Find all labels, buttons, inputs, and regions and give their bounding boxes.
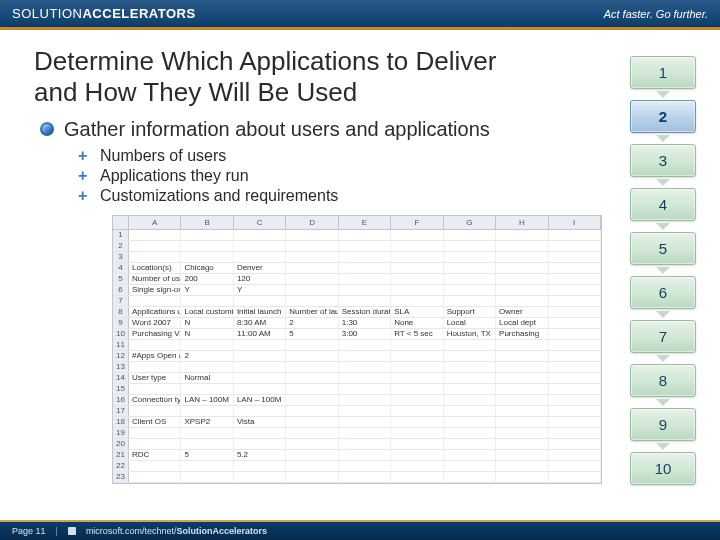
step-box: 7 bbox=[630, 320, 696, 353]
bullet-dot-icon bbox=[40, 122, 54, 136]
sheet-row: 2 bbox=[113, 241, 601, 252]
sheet-cell: Y bbox=[181, 285, 233, 295]
sheet-cell bbox=[549, 263, 601, 273]
sub-bullet: +Customizations and requirements bbox=[78, 187, 518, 205]
sheet-cell bbox=[181, 230, 233, 240]
sheet-cell bbox=[339, 230, 391, 240]
sheet-cell bbox=[549, 318, 601, 328]
step-box: 8 bbox=[630, 364, 696, 397]
sheet-row: 19 bbox=[113, 428, 601, 439]
sheet-cell: Denver bbox=[234, 263, 286, 273]
sheet-cell bbox=[391, 285, 443, 295]
sheet-cell bbox=[444, 230, 496, 240]
sheet-cell bbox=[391, 373, 443, 383]
sheet-cell: 5 bbox=[286, 329, 338, 339]
sheet-cell bbox=[549, 461, 601, 471]
sheet-cell bbox=[286, 373, 338, 383]
sheet-cell bbox=[339, 285, 391, 295]
sheet-cell: Location(s) bbox=[129, 263, 181, 273]
sheet-cell bbox=[391, 340, 443, 350]
sheet-row: 4Location(s)ChicagoDenver bbox=[113, 263, 601, 274]
step-box: 9 bbox=[630, 408, 696, 441]
sheet-cell bbox=[391, 384, 443, 394]
plus-icon: + bbox=[78, 167, 92, 185]
logo: SOLUTIONACCELERATORS bbox=[12, 6, 196, 21]
sheet-cell bbox=[286, 241, 338, 251]
step-box: 1 bbox=[630, 56, 696, 89]
sheet-cell bbox=[234, 384, 286, 394]
sheet-cell bbox=[496, 461, 548, 471]
sheet-col-header: I bbox=[549, 216, 601, 229]
sheet-cell bbox=[496, 274, 548, 284]
sub-bullet-list: +Numbers of users +Applications they run… bbox=[78, 147, 518, 205]
sheet-cell bbox=[391, 252, 443, 262]
sheet-cell bbox=[181, 252, 233, 262]
sheet-cell: Vista bbox=[234, 417, 286, 427]
sheet-cell bbox=[234, 252, 286, 262]
sheet-cell: Local customization bbox=[181, 307, 233, 317]
step-arrow-icon bbox=[656, 443, 670, 450]
footer-url: microsoft.com/technet/SolutionAccelerato… bbox=[86, 526, 267, 536]
sheet-cell: Houston, TX bbox=[444, 329, 496, 339]
sheet-cell bbox=[444, 472, 496, 482]
step-box-current: 2 bbox=[630, 100, 696, 133]
sheet-cell bbox=[549, 241, 601, 251]
sheet-cell bbox=[549, 439, 601, 449]
sheet-cell: Session duration bbox=[339, 307, 391, 317]
sheet-cell bbox=[496, 439, 548, 449]
sheet-cell: User type bbox=[129, 373, 181, 383]
sheet-cell bbox=[129, 472, 181, 482]
sheet-cell bbox=[549, 307, 601, 317]
sheet-cell bbox=[181, 406, 233, 416]
sheet-cell bbox=[181, 428, 233, 438]
sheet-cell bbox=[286, 428, 338, 438]
sheet-cell: SLA bbox=[391, 307, 443, 317]
step-arrow-icon bbox=[656, 355, 670, 362]
sheet-cell bbox=[339, 296, 391, 306]
sheet-cell bbox=[286, 274, 338, 284]
sheet-row: 23 bbox=[113, 472, 601, 483]
sheet-row: 20 bbox=[113, 439, 601, 450]
sheet-cell bbox=[549, 252, 601, 262]
sheet-cell: None bbox=[391, 318, 443, 328]
sheet-cell: Purchasing V4 bbox=[129, 329, 181, 339]
sheet-cell bbox=[286, 230, 338, 240]
sheet-cell bbox=[391, 241, 443, 251]
sheet-row-number: 18 bbox=[113, 417, 129, 427]
sheet-row-number: 23 bbox=[113, 472, 129, 482]
sheet-row: 8Applications usedLocal customizationIni… bbox=[113, 307, 601, 318]
sheet-row: 21RDC55.2 bbox=[113, 450, 601, 461]
sheet-row-number: 11 bbox=[113, 340, 129, 350]
sheet-cell bbox=[339, 450, 391, 460]
sheet-row-number: 16 bbox=[113, 395, 129, 405]
sheet-cell bbox=[339, 428, 391, 438]
sheet-cell bbox=[444, 406, 496, 416]
sheet-cell bbox=[444, 252, 496, 262]
step-arrow-icon bbox=[656, 223, 670, 230]
sheet-cell bbox=[496, 406, 548, 416]
sheet-cell bbox=[286, 406, 338, 416]
spreadsheet-image: ABCDEFGHI 1234Location(s)ChicagoDenver5N… bbox=[112, 215, 602, 484]
sheet-cell bbox=[444, 351, 496, 361]
sheet-cell bbox=[444, 285, 496, 295]
sheet-row: 3 bbox=[113, 252, 601, 263]
sub-bullet: +Numbers of users bbox=[78, 147, 518, 165]
sheet-cell bbox=[391, 351, 443, 361]
header-bar: SOLUTIONACCELERATORS Act faster. Go furt… bbox=[0, 0, 720, 30]
sheet-cell bbox=[234, 428, 286, 438]
sheet-row-number: 4 bbox=[113, 263, 129, 273]
sheet-cell bbox=[549, 230, 601, 240]
sheet-cell: Client OS bbox=[129, 417, 181, 427]
sheet-cell bbox=[286, 395, 338, 405]
sheet-cell: Local bbox=[444, 318, 496, 328]
sheet-cell bbox=[339, 461, 391, 471]
sheet-row: 16Connection typeLAN – 100MLAN – 100M bbox=[113, 395, 601, 406]
sheet-row-number: 19 bbox=[113, 428, 129, 438]
sheet-cell: N bbox=[181, 318, 233, 328]
sheet-row-number: 5 bbox=[113, 274, 129, 284]
sheet-cell bbox=[129, 406, 181, 416]
sheet-cell: Number of launches/day bbox=[286, 307, 338, 317]
sheet-cell bbox=[496, 362, 548, 372]
sheet-row: 7 bbox=[113, 296, 601, 307]
separator: | bbox=[56, 526, 58, 536]
